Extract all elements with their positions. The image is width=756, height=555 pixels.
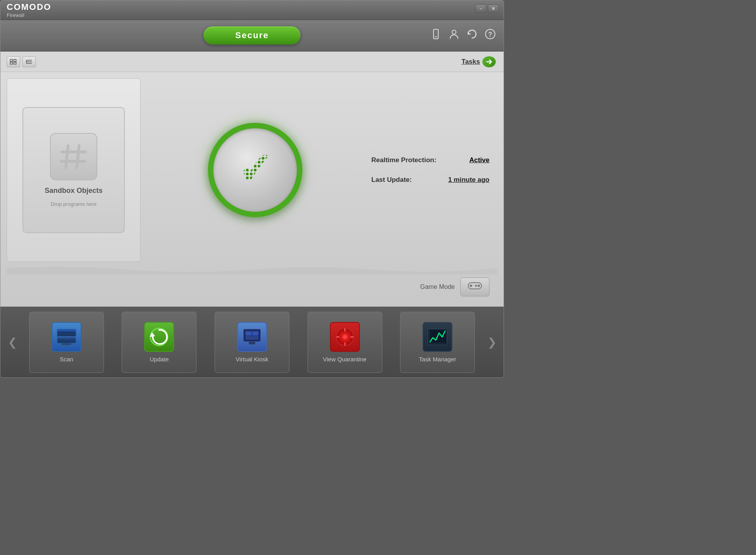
prev-arrow[interactable]: ❮ (4, 328, 20, 356)
update-icon (144, 322, 174, 352)
close-button[interactable]: ✕ (488, 4, 499, 13)
svg-rect-6 (14, 59, 16, 61)
view-quarantine-button[interactable]: View Quarantine (308, 312, 382, 373)
taskmanager-icon (422, 322, 452, 352)
minimize-button[interactable]: − (475, 4, 486, 13)
svg-rect-0 (434, 30, 438, 39)
quarantine-label: View Quarantine (323, 356, 367, 363)
update-icon-svg (148, 326, 170, 348)
svg-rect-5 (10, 59, 13, 61)
svg-rect-37 (246, 336, 258, 339)
tasks-label: Tasks (461, 58, 480, 66)
update-label: Update (150, 356, 169, 363)
scan-label: Scan (60, 356, 73, 363)
svg-point-2 (452, 30, 456, 34)
scan-icon-svg (56, 326, 78, 348)
realtime-label: Realtime Protection: (371, 156, 436, 164)
sandbox-title: Sandbox Objects (44, 187, 102, 195)
kiosk-icon-svg (241, 326, 263, 348)
taskbar-items: Scan Update (22, 312, 482, 373)
secure-badge: Secure (204, 26, 300, 44)
tasks-arrow-icon (482, 56, 496, 67)
toolbar: Tasks (0, 52, 504, 72)
last-update-label: Last Update: (371, 176, 412, 184)
scan-icon (52, 322, 82, 352)
svg-point-20 (470, 285, 472, 287)
svg-text:?: ? (488, 31, 492, 38)
quarantine-icon (330, 322, 360, 352)
sandbox-icon (50, 133, 97, 180)
last-update-row: Last Update: 1 minute ago (371, 176, 489, 184)
center-panel: ✓ (147, 78, 363, 262)
svg-rect-7 (10, 62, 13, 64)
right-panel: Realtime Protection: Active Last Update:… (363, 78, 497, 262)
brand-name: COMODO (7, 2, 51, 12)
svg-rect-8 (14, 62, 16, 64)
kiosk-label: Virtual Kiosk (235, 356, 268, 363)
main-window: COMODO Firewall − ✕ Secure (0, 0, 504, 378)
title-bar: COMODO Firewall − ✕ (0, 0, 504, 20)
refresh-icon[interactable] (467, 29, 478, 43)
taskbar: ❮ Scan (0, 307, 504, 377)
phone-icon[interactable] (430, 29, 441, 43)
content-panels: Sandbox Objects Drop programs here (7, 78, 497, 262)
taskmanager-icon-svg (426, 326, 448, 348)
app-logo: COMODO Firewall (7, 2, 51, 18)
game-mode-row: Game Mode (7, 278, 497, 300)
svg-rect-1 (435, 37, 437, 37)
taskmanager-label: Task Manager (419, 356, 456, 363)
window-controls: − ✕ (475, 4, 499, 13)
update-button[interactable]: Update (122, 312, 196, 373)
sandbox-subtitle: Drop programs here (51, 201, 96, 207)
header-bar: Secure (0, 20, 504, 52)
realtime-value[interactable]: Active (469, 156, 489, 164)
checkmark-icon: ✓ (230, 144, 281, 196)
svg-rect-35 (246, 331, 252, 335)
game-mode-button[interactable] (460, 278, 489, 296)
status-circle: ✓ (208, 123, 302, 217)
realtime-protection-row: Realtime Protection: Active (371, 156, 489, 164)
svg-rect-38 (249, 342, 255, 345)
virtual-kiosk-button[interactable]: Virtual Kiosk (215, 312, 289, 373)
tasks-button[interactable]: Tasks (461, 56, 496, 67)
scan-button[interactable]: Scan (29, 312, 104, 373)
sandbox-drop-area[interactable]: Sandbox Objects Drop programs here (22, 107, 125, 233)
task-manager-button[interactable]: Task Manager (400, 312, 475, 373)
main-content: Sandbox Objects Drop programs here (0, 72, 504, 307)
svg-rect-25 (57, 329, 76, 331)
svg-point-43 (343, 335, 347, 339)
svg-rect-36 (252, 331, 258, 335)
quarantine-icon-svg (334, 326, 356, 348)
svg-text:✓: ✓ (237, 144, 273, 193)
help-icon[interactable]: ? (485, 29, 496, 43)
view-normal-button[interactable] (7, 56, 20, 67)
svg-line-13 (66, 146, 68, 168)
last-update-value[interactable]: 1 minute ago (448, 176, 489, 184)
wave-divider (7, 265, 497, 274)
svg-point-21 (478, 285, 480, 287)
game-mode-label: Game Mode (420, 283, 455, 290)
svg-line-14 (77, 146, 79, 168)
header-icons: ? (430, 29, 496, 43)
person-icon[interactable] (448, 29, 460, 43)
view-list-button[interactable] (22, 56, 36, 67)
next-arrow[interactable]: ❯ (484, 328, 500, 356)
sandbox-panel[interactable]: Sandbox Objects Drop programs here (7, 78, 141, 262)
kiosk-icon (237, 322, 267, 352)
app-subtitle: Firewall (7, 12, 51, 18)
